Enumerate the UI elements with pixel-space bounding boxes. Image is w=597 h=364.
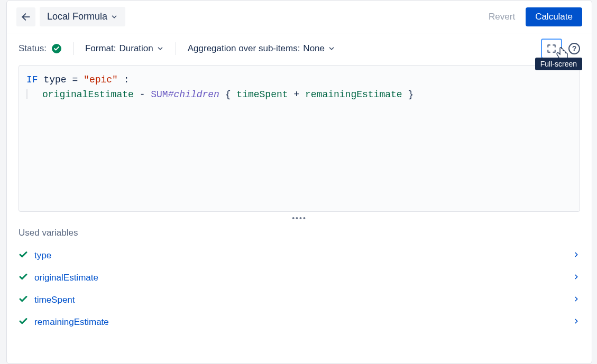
variable-row-originalestimate[interactable]: originalEstimate: [19, 267, 580, 289]
aggregation-value: None: [303, 43, 325, 54]
chevron-down-icon: [111, 13, 118, 21]
used-variables-title: Used variables: [19, 228, 580, 238]
column-title-dropdown[interactable]: Local Formula: [40, 7, 125, 26]
variable-row-remainingestimate[interactable]: remainingEstimate: [19, 311, 580, 333]
used-variables-section: Used variables type originalEstimate tim…: [7, 228, 592, 333]
aggregation-dropdown[interactable]: Aggregation over sub-items: None: [188, 43, 335, 54]
status-ok-icon: [52, 44, 61, 53]
calculate-button[interactable]: Calculate: [526, 7, 582, 26]
check-icon: [19, 316, 28, 328]
divider: [73, 42, 74, 55]
header-bar: Local Formula Revert Calculate: [7, 1, 592, 33]
variable-name: remainingEstimate: [34, 317, 109, 328]
fullscreen-button[interactable]: Full-screen: [541, 39, 562, 59]
column-title: Local Formula: [47, 11, 107, 22]
variable-row-timespent[interactable]: timeSpent: [19, 289, 580, 311]
code-line: originalEstimate - SUM#children { timeSp…: [26, 88, 572, 102]
help-button[interactable]: ?: [568, 43, 580, 54]
arrow-left-icon: [21, 12, 31, 22]
chevron-down-icon: [157, 45, 164, 52]
formula-code-editor[interactable]: IF type = "epic" : originalEstimate - SU…: [19, 65, 580, 212]
revert-button[interactable]: Revert: [482, 7, 521, 26]
format-dropdown[interactable]: Format: Duration: [85, 43, 164, 54]
status-label: Status:: [19, 43, 47, 54]
variable-name: type: [34, 250, 51, 261]
chevron-right-icon: [573, 251, 580, 260]
variable-row-type[interactable]: type: [19, 245, 580, 267]
chevron-right-icon: [573, 318, 580, 327]
chevron-down-icon: [328, 45, 335, 52]
fullscreen-icon: [546, 44, 557, 53]
divider: [176, 42, 176, 55]
check-icon: [19, 272, 28, 284]
variable-name: timeSpent: [34, 295, 75, 305]
format-value: Duration: [119, 43, 153, 54]
code-line: IF type = "epic" :: [26, 73, 572, 88]
variable-name: originalEstimate: [34, 273, 98, 283]
status-bar: Status: Format: Duration Aggregation ove…: [7, 33, 592, 59]
chevron-right-icon: [573, 295, 580, 305]
formula-editor-panel: Local Formula Revert Calculate Status: F…: [6, 0, 592, 364]
check-icon: [19, 250, 28, 262]
format-label: Format:: [85, 43, 116, 54]
resize-handle[interactable]: ••••: [7, 212, 592, 228]
check-icon: [19, 294, 28, 306]
aggregation-label: Aggregation over sub-items:: [188, 43, 300, 54]
back-button[interactable]: [16, 7, 35, 26]
chevron-right-icon: [573, 273, 580, 283]
fullscreen-tooltip: Full-screen: [535, 58, 582, 70]
